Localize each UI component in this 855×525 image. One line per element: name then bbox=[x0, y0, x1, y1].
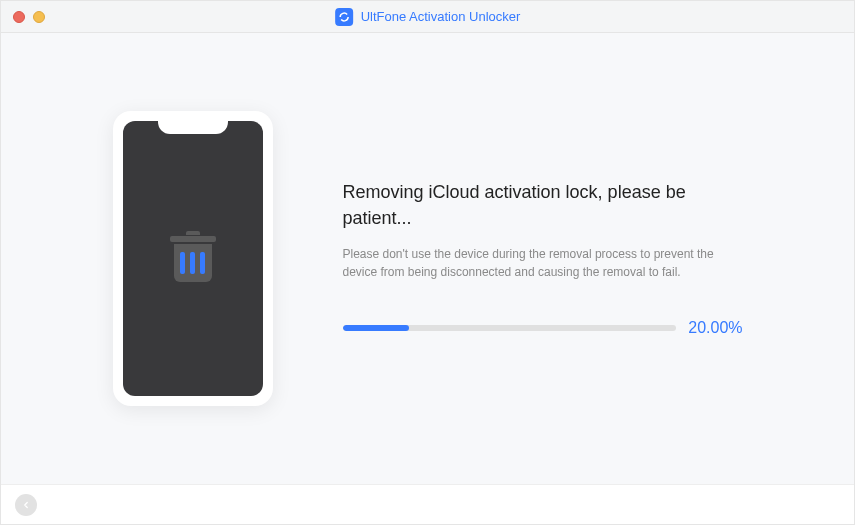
app-title: UltFone Activation Unlocker bbox=[361, 9, 521, 24]
status-heading: Removing iCloud activation lock, please … bbox=[343, 180, 743, 230]
progress-bar-fill bbox=[343, 325, 410, 331]
info-panel: Removing iCloud activation lock, please … bbox=[343, 180, 743, 336]
footer-bar bbox=[1, 484, 854, 524]
title-center: UltFone Activation Unlocker bbox=[335, 8, 521, 26]
device-illustration-card bbox=[113, 111, 273, 406]
close-window-button[interactable] bbox=[13, 11, 25, 23]
phone-body bbox=[123, 121, 263, 396]
back-button[interactable] bbox=[15, 494, 37, 516]
minimize-window-button[interactable] bbox=[33, 11, 45, 23]
content-area: Removing iCloud activation lock, please … bbox=[1, 33, 854, 484]
window-controls bbox=[13, 11, 45, 23]
progress-bar bbox=[343, 325, 677, 331]
progress-row: 20.00% bbox=[343, 319, 743, 337]
phone-notch bbox=[158, 120, 228, 134]
app-logo-icon bbox=[335, 8, 353, 26]
progress-percent-label: 20.00% bbox=[688, 319, 742, 337]
trash-icon bbox=[170, 236, 216, 282]
status-subtext: Please don't use the device during the r… bbox=[343, 245, 743, 281]
titlebar: UltFone Activation Unlocker bbox=[1, 1, 854, 33]
